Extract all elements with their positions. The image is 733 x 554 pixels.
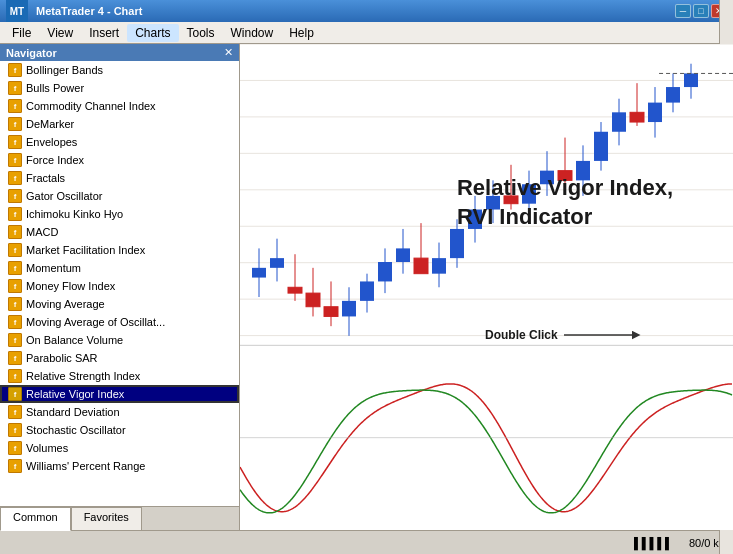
nav-icon-stoch: f bbox=[8, 423, 22, 437]
window-title: MetaTrader 4 - Chart bbox=[36, 5, 142, 17]
nav-item-bollinger[interactable]: f Bollinger Bands bbox=[0, 61, 239, 79]
nav-label-ma: Moving Average bbox=[26, 298, 105, 310]
nav-item-bulls[interactable]: f Bulls Power bbox=[0, 79, 239, 97]
nav-icon-obv: f bbox=[8, 333, 22, 347]
nav-item-mfi-market[interactable]: f Market Facilitation Index bbox=[0, 241, 239, 259]
nav-icon-force: f bbox=[8, 153, 22, 167]
nav-item-ichimoku[interactable]: f Ichimoku Kinko Hyo bbox=[0, 205, 239, 223]
nav-icon-volumes: f bbox=[8, 441, 22, 455]
nav-item-rvi[interactable]: f Relative Vigor Index bbox=[0, 385, 239, 403]
nav-icon-gator: f bbox=[8, 189, 22, 203]
nav-icon-sar: f bbox=[8, 351, 22, 365]
nav-icon-bulls: f bbox=[8, 81, 22, 95]
nav-label-envelopes: Envelopes bbox=[26, 136, 77, 148]
nav-label-demarker: DeMarker bbox=[26, 118, 74, 130]
nav-item-momentum[interactable]: f Momentum bbox=[0, 259, 239, 277]
nav-label-gator: Gator Oscillator bbox=[26, 190, 102, 202]
arrow-icon bbox=[564, 325, 644, 345]
maximize-button[interactable]: □ bbox=[693, 4, 709, 18]
nav-item-force[interactable]: f Force Index bbox=[0, 151, 239, 169]
minimize-button[interactable]: ─ bbox=[675, 4, 691, 18]
annotation-line1: Relative Vigor Index, bbox=[457, 174, 673, 203]
nav-label-fractals: Fractals bbox=[26, 172, 65, 184]
tab-favorites[interactable]: Favorites bbox=[71, 507, 142, 530]
nav-label-macd: MACD bbox=[26, 226, 58, 238]
nav-icon-ma: f bbox=[8, 297, 22, 311]
nav-item-money-flow[interactable]: f Money Flow Index bbox=[0, 277, 239, 295]
nav-icon-wpr: f bbox=[8, 459, 22, 473]
nav-item-obv[interactable]: f On Balance Volume bbox=[0, 331, 239, 349]
nav-label-cci: Commodity Channel Index bbox=[26, 100, 156, 112]
nav-label-wpr: Williams' Percent Range bbox=[26, 460, 145, 472]
double-click-annotation: Double Click bbox=[485, 325, 644, 345]
double-click-label: Double Click bbox=[485, 328, 558, 342]
nav-label-ma-osc: Moving Average of Oscillat... bbox=[26, 316, 165, 328]
nav-label-rvi: Relative Vigor Index bbox=[26, 388, 124, 400]
nav-label-force: Force Index bbox=[26, 154, 84, 166]
menu-file[interactable]: File bbox=[4, 24, 39, 42]
nav-icon-stddev: f bbox=[8, 405, 22, 419]
main-layout: Navigator ✕ f Bollinger Bands f Bulls Po… bbox=[0, 44, 733, 530]
menu-charts[interactable]: Charts bbox=[127, 24, 178, 42]
title-bar: MT MetaTrader 4 - Chart ─ □ ✕ bbox=[0, 0, 733, 22]
nav-label-mfi-market: Market Facilitation Index bbox=[26, 244, 145, 256]
nav-item-fractals[interactable]: f Fractals bbox=[0, 169, 239, 187]
annotation-line2: RVI Indicator bbox=[457, 203, 673, 232]
nav-item-stddev[interactable]: f Standard Deviation bbox=[0, 403, 239, 421]
nav-label-sar: Parabolic SAR bbox=[26, 352, 98, 364]
navigator-tabs: Common Favorites bbox=[0, 506, 239, 530]
navigator-close-button[interactable]: ✕ bbox=[224, 46, 233, 59]
navigator-title: Navigator bbox=[6, 47, 57, 59]
nav-item-macd[interactable]: f MACD bbox=[0, 223, 239, 241]
nav-item-envelopes[interactable]: f Envelopes bbox=[0, 133, 239, 151]
chart-annotation: Relative Vigor Index, RVI Indicator bbox=[457, 174, 673, 231]
menu-insert[interactable]: Insert bbox=[81, 24, 127, 42]
nav-icon-cci: f bbox=[8, 99, 22, 113]
nav-item-wpr[interactable]: f Williams' Percent Range bbox=[0, 457, 239, 475]
menu-view[interactable]: View bbox=[39, 24, 81, 42]
status-bar: ▌▌▌▌▌ 80/0 kb bbox=[0, 530, 733, 554]
navigator-list: f Bollinger Bands f Bulls Power f Commod… bbox=[0, 61, 239, 506]
nav-icon-rvi: f bbox=[8, 387, 22, 401]
list-wrapper: f Bollinger Bands f Bulls Power f Commod… bbox=[0, 61, 239, 506]
nav-icon-ma-osc: f bbox=[8, 315, 22, 329]
nav-item-demarker[interactable]: f DeMarker bbox=[0, 115, 239, 133]
nav-label-rsi: Relative Strength Index bbox=[26, 370, 140, 382]
navigator-panel: Navigator ✕ f Bollinger Bands f Bulls Po… bbox=[0, 44, 240, 530]
nav-label-stddev: Standard Deviation bbox=[26, 406, 120, 418]
chart-area[interactable]: Relative Vigor Index, RVI Indicator Doub… bbox=[240, 44, 733, 530]
navigator-header: Navigator ✕ bbox=[0, 44, 239, 61]
nav-label-stoch: Stochastic Oscillator bbox=[26, 424, 126, 436]
nav-label-bollinger: Bollinger Bands bbox=[26, 64, 103, 76]
nav-label-obv: On Balance Volume bbox=[26, 334, 123, 346]
nav-label-bulls: Bulls Power bbox=[26, 82, 84, 94]
nav-item-cci[interactable]: f Commodity Channel Index bbox=[0, 97, 239, 115]
nav-item-ma-osc[interactable]: f Moving Average of Oscillat... bbox=[0, 313, 239, 331]
nav-item-gator[interactable]: f Gator Oscillator bbox=[0, 187, 239, 205]
status-indicator: ▌▌▌▌▌ bbox=[634, 537, 673, 549]
menu-window[interactable]: Window bbox=[223, 24, 282, 42]
indicator-icon: ▌▌▌▌▌ bbox=[634, 537, 673, 549]
tab-common[interactable]: Common bbox=[0, 507, 71, 531]
nav-item-volumes[interactable]: f Volumes bbox=[0, 439, 239, 457]
nav-label-momentum: Momentum bbox=[26, 262, 81, 274]
nav-icon-rsi: f bbox=[8, 369, 22, 383]
menu-tools[interactable]: Tools bbox=[179, 24, 223, 42]
nav-icon-macd: f bbox=[8, 225, 22, 239]
nav-label-ichimoku: Ichimoku Kinko Hyo bbox=[26, 208, 123, 220]
nav-item-sar[interactable]: f Parabolic SAR bbox=[0, 349, 239, 367]
nav-item-rsi[interactable]: f Relative Strength Index bbox=[0, 367, 239, 385]
nav-icon-envelopes: f bbox=[8, 135, 22, 149]
nav-label-volumes: Volumes bbox=[26, 442, 68, 454]
nav-icon-mfi-market: f bbox=[8, 243, 22, 257]
nav-icon-momentum: f bbox=[8, 261, 22, 275]
nav-icon-fractals: f bbox=[8, 171, 22, 185]
nav-icon-bollinger: f bbox=[8, 63, 22, 77]
nav-item-stoch[interactable]: f Stochastic Oscillator bbox=[0, 421, 239, 439]
nav-item-ma[interactable]: f Moving Average bbox=[0, 295, 239, 313]
menu-bar: File View Insert Charts Tools Window Hel… bbox=[0, 22, 733, 44]
nav-icon-ichimoku: f bbox=[8, 207, 22, 221]
menu-help[interactable]: Help bbox=[281, 24, 322, 42]
chart-canvas bbox=[240, 44, 733, 530]
nav-icon-money-flow: f bbox=[8, 279, 22, 293]
